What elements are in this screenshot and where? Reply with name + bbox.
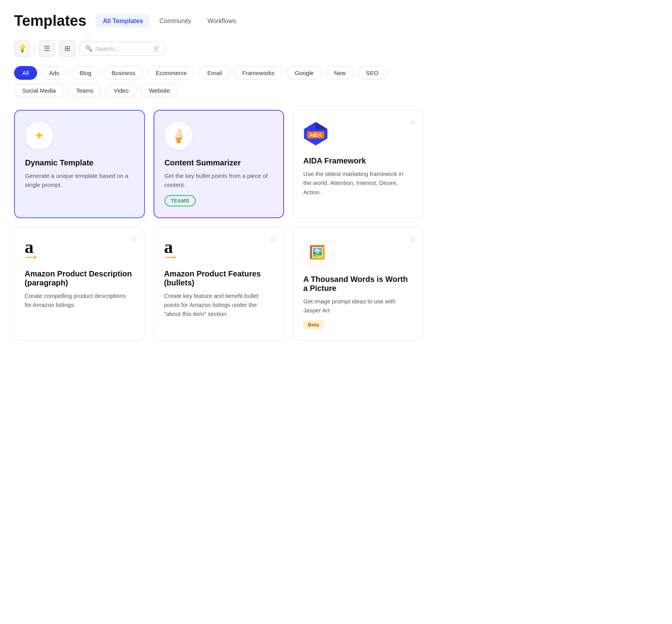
page-header: Templates All TemplatesCommunityWorkflow…	[14, 13, 424, 29]
nav-tab-community[interactable]: Community	[152, 14, 198, 28]
nav-tab-workflows[interactable]: Workflows	[200, 14, 243, 28]
sparkle-icon: ✦	[34, 128, 45, 143]
filter-chip-ads[interactable]: Ads	[41, 66, 68, 80]
card-star-amazon-features[interactable]: ☆	[270, 234, 277, 244]
filter-chip-seo[interactable]: SEO	[358, 66, 387, 80]
search-icon: 🔍	[85, 45, 93, 52]
card-dynamic-template[interactable]: ✦Dynamic TemplateGenerate a unique templ…	[14, 110, 145, 218]
filter-chip-teams[interactable]: Teams	[68, 84, 102, 97]
nav-tab-all-templates[interactable]: All Templates	[96, 14, 150, 28]
card-desc-content-summarizer: Get the key bullet points from a piece o…	[164, 171, 273, 190]
card-title-thousand-words: A Thousand Words is Worth a Picture	[303, 275, 413, 293]
filter-chip-business[interactable]: Business	[104, 66, 144, 80]
filter-chip-social-media[interactable]: Social Media	[14, 84, 64, 97]
card-amazon-features[interactable]: ☆ a ⟶ Amazon Product Features (bullets)C…	[154, 227, 284, 341]
filter-chip-google[interactable]: Google	[287, 66, 322, 80]
card-star-amazon-desc[interactable]: ☆	[130, 234, 138, 244]
card-title-amazon-features: Amazon Product Features (bullets)	[164, 269, 274, 287]
filter-chip-frameworks[interactable]: Frameworks	[234, 66, 283, 80]
card-desc-amazon-features: Create key feature and benefit bullet po…	[164, 291, 274, 319]
card-star-thousand-words[interactable]: ☆	[409, 234, 416, 244]
page-title: Templates	[14, 13, 86, 29]
card-badge-content-summarizer: TEAMS	[164, 195, 196, 206]
filter-chip-email[interactable]: Email	[199, 66, 230, 80]
card-star-aida-framework[interactable]: ☆	[409, 117, 416, 127]
card-icon-thousand-words: 🖼️	[303, 238, 331, 266]
amazon-logo-icon: a ⟶	[164, 238, 274, 262]
card-thousand-words[interactable]: ☆🖼️A Thousand Words is Worth a PictureGe…	[293, 227, 424, 341]
filter-chip-all[interactable]: All	[14, 66, 37, 80]
card-icon-wrap-dynamic-template: ✦	[25, 122, 53, 150]
search-placeholder: Search...	[96, 45, 150, 52]
search-box[interactable]: 🔍 Search... /	[79, 41, 165, 56]
amazon-logo-icon: a ⟶	[25, 238, 134, 262]
filter-chip-website[interactable]: Website	[141, 84, 178, 97]
filter-chip-ecommerce[interactable]: Ecommerce	[147, 66, 195, 80]
card-desc-aida-framework: Use the oldest marketing framework in th…	[303, 169, 413, 197]
cards-grid: ✦Dynamic TemplateGenerate a unique templ…	[14, 110, 424, 341]
card-desc-amazon-desc: Create compelling product descriptions f…	[25, 291, 134, 310]
grid-view-button[interactable]: ⊞	[59, 40, 75, 57]
aida-logo-icon: AIDA	[303, 121, 413, 148]
lightbulb-button[interactable]: 💡	[14, 40, 30, 57]
filter-chip-blog[interactable]: Blog	[71, 66, 100, 80]
filter-chip-video[interactable]: Video	[105, 84, 137, 97]
svg-marker-1	[316, 122, 327, 129]
filter-row: AllAdsBlogBusinessEcommerceEmailFramewor…	[14, 66, 424, 97]
card-desc-dynamic-template: Generate a unique template based on a si…	[25, 171, 134, 190]
toolbar: 💡 ☰ ⊞ 🔍 Search... /	[14, 40, 424, 57]
card-icon-content-summarizer: 🍦	[164, 122, 193, 150]
card-content-summarizer[interactable]: 🍦Content SummarizerGet the key bullet po…	[154, 110, 284, 218]
card-title-amazon-desc: Amazon Product Description (paragraph)	[25, 269, 134, 287]
toolbar-divider	[34, 43, 35, 54]
card-aida-framework[interactable]: ☆ AIDA AIDA FrameworkUse the oldest mark…	[293, 110, 424, 218]
search-shortcut: /	[153, 45, 159, 52]
filter-chip-new[interactable]: New	[326, 66, 354, 80]
card-desc-thousand-words: Get image prompt ideas to use with Jaspe…	[303, 297, 413, 315]
svg-text:AIDA: AIDA	[309, 132, 322, 138]
nav-tabs: All TemplatesCommunityWorkflows	[96, 14, 243, 28]
card-badge-thousand-words: Beta	[303, 320, 323, 329]
card-amazon-desc[interactable]: ☆ a ⟶ Amazon Product Description (paragr…	[14, 227, 145, 341]
list-view-button[interactable]: ☰	[39, 40, 55, 57]
card-title-dynamic-template: Dynamic Template	[25, 158, 134, 167]
card-title-content-summarizer: Content Summarizer	[164, 158, 273, 167]
card-title-aida-framework: AIDA Framework	[303, 156, 413, 165]
